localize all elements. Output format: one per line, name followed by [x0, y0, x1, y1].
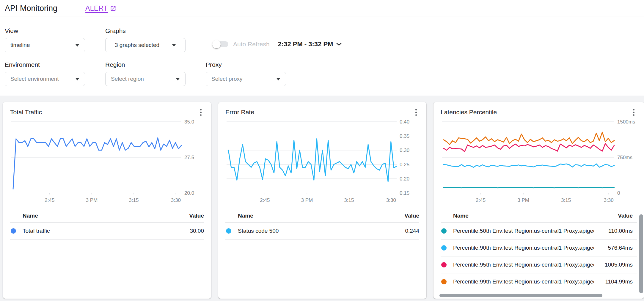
series-name: Status code 500: [238, 228, 380, 234]
legend-table-header: NameValue: [10, 209, 204, 223]
series-value: 576.64ms: [594, 240, 637, 256]
filter-bar: View timeline Graphs 3 graphs selected A…: [0, 17, 644, 96]
value-column-header: Value: [380, 213, 419, 219]
page-title: API Monitoring: [5, 4, 57, 13]
chart-card: Latencies Percentile1500ms750ms02:453 PM…: [433, 102, 644, 299]
series-value: 1104.99ms: [594, 273, 637, 290]
environment-select-placeholder: Select environment: [10, 76, 59, 82]
proxy-label: Proxy: [206, 61, 286, 68]
environment-select[interactable]: Select environment: [5, 72, 85, 86]
svg-text:3:15: 3:15: [561, 197, 571, 203]
proxy-select[interactable]: Select proxy: [206, 72, 286, 86]
chart-card: Total Traffic35.027.520.02:453 PM3:153:3…: [3, 102, 211, 299]
kebab-menu-button[interactable]: [631, 107, 637, 118]
view-select-value: timeline: [10, 42, 30, 48]
series-color-dot: [226, 228, 231, 234]
time-range-value: 2:32 PM - 3:32 PM: [278, 40, 333, 48]
filter-row-2: Environment Select environment Region Se…: [5, 61, 639, 86]
name-column-header: Name: [238, 213, 380, 219]
app-header: API Monitoring ALERT: [0, 0, 644, 17]
svg-text:3:30: 3:30: [386, 197, 396, 203]
svg-text:3 PM: 3 PM: [86, 197, 98, 203]
chart-card: Error Rate0.400.350.300.250.200.152:453 …: [218, 102, 426, 299]
graphs-select-value: 3 graphs selected: [115, 42, 159, 48]
series-name: Percentile:95th Env:test Region:us-centr…: [453, 262, 594, 268]
svg-text:2:45: 2:45: [476, 197, 486, 203]
graphs-field: Graphs 3 graphs selected: [105, 27, 186, 52]
svg-text:0.30: 0.30: [400, 148, 409, 153]
time-range-selector[interactable]: 2:32 PM - 3:32 PM: [278, 40, 342, 48]
region-select[interactable]: Select region: [105, 72, 186, 86]
toggle-knob: [212, 40, 221, 48]
vertical-scrollbar[interactable]: [639, 214, 643, 293]
line-chart: 1500ms750ms02:453 PM3:153:30: [441, 118, 637, 207]
caret-down-icon: [172, 44, 176, 47]
series-color-dot: [441, 228, 447, 234]
view-select[interactable]: timeline: [5, 38, 85, 52]
legend-dot-cell: [441, 245, 453, 251]
svg-text:750ms: 750ms: [617, 155, 632, 160]
value-column-header: Value: [594, 209, 637, 222]
legend-dot-cell: [441, 279, 453, 284]
legend-table-header: NameValue: [441, 209, 637, 223]
table-row: Status code 5000.244: [225, 223, 419, 240]
region-select-placeholder: Select region: [111, 76, 144, 82]
svg-text:2:45: 2:45: [260, 197, 270, 203]
series-name: Total traffic: [23, 228, 165, 234]
series-value: 30.00: [165, 228, 204, 234]
series-color-dot: [441, 245, 447, 251]
legend-table: NameValueTotal traffic30.00: [10, 209, 204, 240]
alert-link[interactable]: ALERT: [85, 4, 116, 12]
svg-text:0.20: 0.20: [400, 176, 409, 182]
proxy-field: Proxy Select proxy: [206, 61, 286, 86]
region-label: Region: [105, 61, 186, 68]
kebab-menu-button[interactable]: [413, 107, 419, 118]
chart-card-header: Error Rate: [225, 102, 419, 115]
auto-refresh-toggle[interactable]: [213, 41, 228, 47]
legend-dot-cell: [441, 228, 453, 234]
environment-field: Environment Select environment: [5, 61, 85, 86]
svg-text:3:15: 3:15: [129, 197, 139, 203]
caret-down-icon: [176, 78, 180, 80]
chart-title: Total Traffic: [10, 109, 42, 116]
name-column-header: Name: [23, 213, 165, 219]
chevron-down-icon: [336, 43, 342, 46]
caret-down-icon: [75, 78, 79, 80]
view-field: View timeline: [5, 27, 85, 52]
legend-dot-cell: [441, 262, 453, 267]
legend-table-header: NameValue: [225, 209, 419, 223]
horizontal-scrollbar[interactable]: [439, 294, 602, 297]
filter-row-1: View timeline Graphs 3 graphs selected A…: [5, 27, 639, 52]
graphs-label: Graphs: [105, 27, 186, 34]
chart-title: Error Rate: [225, 109, 254, 116]
table-row: Percentile:90th Env:test Region:us-centr…: [441, 240, 637, 256]
graphs-select[interactable]: 3 graphs selected: [105, 38, 186, 52]
series-value: 0.244: [380, 228, 419, 234]
auto-refresh-label: Auto Refresh: [233, 41, 270, 48]
legend-table: NameValueStatus code 5000.244: [225, 209, 419, 240]
legend-dot-cell: [225, 228, 238, 234]
view-label: View: [5, 27, 85, 34]
environment-label: Environment: [5, 61, 85, 68]
line-chart: 35.027.520.02:453 PM3:153:30: [10, 118, 204, 207]
series-name: Percentile:90th Env:test Region:us-centr…: [453, 245, 594, 251]
svg-text:3:15: 3:15: [344, 197, 354, 203]
series-color-dot: [441, 279, 447, 284]
chart-card-header: Latencies Percentile: [441, 102, 637, 115]
series-color-dot: [11, 228, 16, 234]
chart-cards-row: Total Traffic35.027.520.02:453 PM3:153:3…: [0, 96, 644, 301]
series-name: Percentile:50th Env:test Region:us-centr…: [453, 228, 594, 234]
alert-link-label: ALERT: [85, 4, 108, 12]
svg-text:0.35: 0.35: [400, 133, 409, 139]
chart-card-header: Total Traffic: [10, 102, 204, 115]
svg-text:20.0: 20.0: [184, 190, 194, 196]
caret-down-icon: [75, 44, 79, 47]
table-row: Percentile:99th Env:test Region:us-centr…: [441, 273, 637, 290]
external-link-icon: [110, 5, 116, 12]
svg-text:0.15: 0.15: [400, 190, 409, 196]
svg-text:27.5: 27.5: [184, 155, 194, 160]
svg-text:3 PM: 3 PM: [301, 197, 313, 203]
svg-text:1500ms: 1500ms: [617, 119, 635, 125]
kebab-menu-button[interactable]: [198, 107, 204, 118]
series-name: Percentile:99th Env:test Region:us-centr…: [453, 278, 594, 285]
